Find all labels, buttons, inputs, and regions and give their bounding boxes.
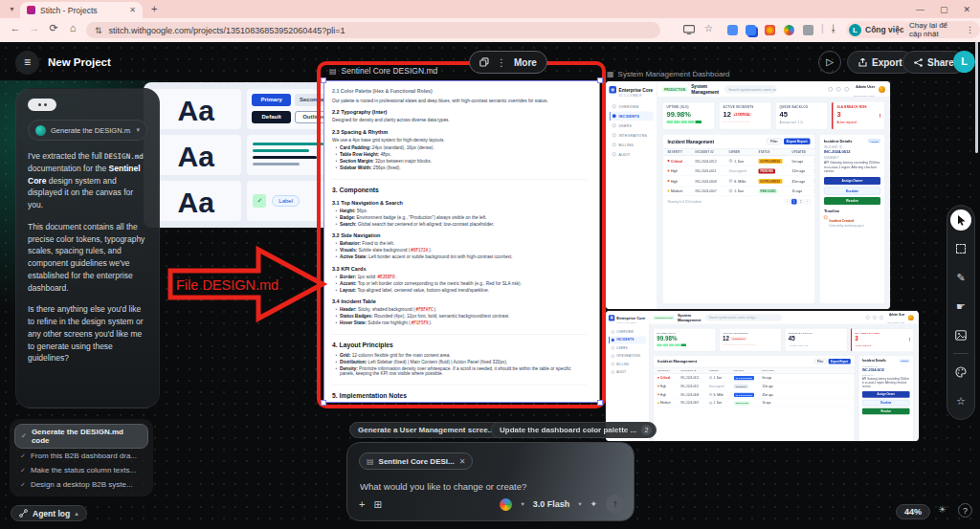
row-menu-icon[interactable]: ⋮ — [813, 159, 816, 163]
filter-button[interactable]: Filter — [767, 139, 781, 145]
user-avatar[interactable] — [879, 86, 885, 93]
model-selector[interactable]: 3.0 Flash — [533, 499, 570, 509]
nav-users[interactable]: Users — [610, 121, 655, 131]
theme-icon[interactable]: ☀ — [938, 504, 947, 515]
attachment-chip[interactable]: ▤ Sentinel Core DESI... ✕ — [359, 452, 473, 470]
image-tool[interactable] — [950, 324, 971, 345]
row-menu-icon[interactable]: ⋮ — [813, 169, 816, 173]
extension-icon[interactable] — [727, 25, 738, 35]
table-row[interactable]: CriticalINC-2024-0612J. DoeIn Progress5m… — [654, 374, 855, 383]
bookmark-star-icon[interactable]: ☆ — [704, 23, 713, 33]
extensions-puzzle-icon[interactable] — [803, 25, 813, 35]
extension-icon[interactable] — [765, 25, 775, 35]
nav-users[interactable]: Users — [609, 344, 646, 352]
maximize-button[interactable]: ▢ — [940, 5, 948, 14]
back-button[interactable]: ← — [8, 22, 23, 33]
agent-log-item[interactable]: ✓From this B2B dashboard dra... — [14, 449, 148, 463]
user-avatar[interactable] — [908, 315, 914, 320]
row-menu-icon[interactable]: ⋮ — [779, 393, 851, 396]
nav-integrations[interactable]: Integrations — [609, 352, 646, 360]
preview-play-button[interactable]: ▷ — [818, 51, 841, 74]
help-icon[interactable] — [844, 87, 849, 92]
kebab-icon[interactable]: ⋮ — [966, 25, 974, 34]
row-menu-icon[interactable]: ⋮ — [779, 385, 851, 387]
resolve-button[interactable]: Resolve — [824, 197, 880, 205]
close-icon[interactable]: ✕ — [459, 457, 466, 466]
nav-billing[interactable]: Billing — [609, 361, 646, 368]
design-md-document[interactable]: 2.1 Color Palette (Hex & Functional Role… — [323, 80, 600, 403]
zoom-level[interactable]: 44% — [896, 504, 930, 519]
page-prev[interactable]: ‹ — [785, 199, 791, 205]
dashboard-search[interactable]: Search system assets, users, or logs... — [705, 314, 782, 320]
bell-icon[interactable] — [866, 316, 870, 320]
new-tab-button[interactable]: + — [151, 3, 157, 14]
page-2[interactable]: 2 — [798, 199, 804, 205]
selection-handle[interactable] — [321, 400, 326, 406]
hand-tool[interactable]: ☛ — [950, 296, 971, 317]
sparkle-icon[interactable]: ✦ — [590, 499, 597, 509]
dashboard-preview-frame-variant[interactable]: ▦Enterprise Core v2.1.0 Stable Overview … — [606, 311, 919, 441]
cursor-tool[interactable] — [950, 209, 971, 231]
suggestion-chip[interactable]: Generate a User Management scree...1 — [349, 422, 514, 438]
nav-audit[interactable]: Audit — [609, 368, 646, 376]
prompt-input[interactable] — [360, 481, 618, 492]
account-avatar[interactable]: L — [953, 51, 975, 73]
help-icon[interactable] — [880, 316, 883, 320]
thread-collapse-button[interactable]: Generate the DESIGN.m... ▾ — [28, 120, 147, 141]
export-report-button[interactable]: Export Report — [829, 359, 851, 364]
assign-owner-button[interactable]: Assign Owner — [824, 177, 880, 185]
export-report-button[interactable]: Export Report — [784, 139, 811, 145]
cast-icon[interactable] — [683, 25, 695, 34]
agent-log-item[interactable]: ✓Make the status column texts... — [14, 463, 148, 477]
dashboard-preview-frame[interactable]: ▦Enterprise Core v2.1.0 Stable Overview … — [606, 81, 890, 309]
tab-close-icon[interactable]: ✕ — [129, 6, 136, 14]
help-button[interactable]: ? — [958, 503, 972, 518]
agent-log-item[interactable]: ✓Generate the DESIGN.md code — [14, 424, 148, 449]
pencil-tool[interactable]: ✎ — [950, 267, 971, 288]
settings-icon[interactable] — [873, 316, 877, 320]
minimize-button[interactable]: — — [916, 5, 924, 14]
escalate-button[interactable]: Escalate — [824, 187, 880, 195]
suggestion-chip[interactable]: Update the dashboard color palette ...2 — [491, 422, 657, 438]
kebab-icon[interactable]: ⋮ — [497, 57, 506, 68]
add-board-icon[interactable]: ⊞ — [373, 499, 381, 510]
dashboard-search[interactable]: Search system assets, users, or logs... — [724, 85, 776, 94]
filter-button[interactable]: Filter — [814, 359, 827, 364]
nav-incidents[interactable]: Incidents — [609, 336, 646, 343]
extension-icon[interactable] — [746, 25, 756, 35]
agent-log-item[interactable]: ✓Design a desktop B2B syste... — [14, 477, 148, 492]
selection-handle[interactable] — [597, 400, 603, 406]
menu-button[interactable]: ≡ — [15, 51, 39, 75]
table-row[interactable]: HighINC-2024-0608S. MillerIn Progress45m… — [663, 176, 815, 187]
add-icon[interactable]: + — [359, 498, 365, 510]
browser-profile[interactable]: L Công việc — [846, 21, 912, 38]
assign-owner-button[interactable]: Assign Owner — [862, 391, 910, 398]
model-icon[interactable] — [500, 498, 512, 511]
settings-icon[interactable] — [836, 87, 841, 92]
star-tool[interactable]: ☆ — [950, 390, 971, 411]
table-row[interactable]: MediumINC-2024-0607J. DoeResolved1h ago⋮ — [663, 187, 815, 197]
row-menu-icon[interactable]: ⋮ — [813, 179, 816, 183]
more-button[interactable]: More — [514, 57, 537, 68]
address-bar[interactable]: ⇅ stitch.withgoogle.com/projects/1351083… — [86, 22, 660, 38]
home-button[interactable]: ⌂ — [65, 22, 80, 33]
download-icon[interactable]: ⭳ — [829, 23, 838, 33]
nav-incidents[interactable]: Incidents — [610, 112, 655, 121]
page-next[interactable]: › — [805, 199, 811, 205]
table-row[interactable]: HighINC-2024-0611UnassignedPending12m ag… — [663, 166, 815, 177]
browser-tab[interactable]: Stitch - Projects ✕ — [20, 2, 143, 18]
page-1[interactable]: 1 — [791, 199, 797, 205]
forward-button[interactable]: → — [27, 22, 42, 33]
nav-audit[interactable]: Audit — [610, 150, 655, 160]
row-menu-icon[interactable]: ⋮ — [779, 402, 851, 405]
row-menu-icon[interactable]: ⋮ — [813, 189, 816, 193]
chrome-update-button[interactable]: Chạy lại để cập nhật ⋮ — [903, 21, 980, 38]
palette-tool[interactable] — [950, 362, 971, 383]
resolve-button[interactable]: Resolve — [862, 408, 910, 415]
table-row[interactable]: HighINC-2024-0611UnassignedPending12m ag… — [654, 382, 855, 390]
send-button[interactable]: ↑ — [606, 495, 625, 514]
more-options-pill[interactable] — [28, 99, 56, 111]
marquee-tool[interactable] — [950, 238, 971, 259]
nav-integrations[interactable]: Integrations — [610, 131, 655, 141]
tab-search-icon[interactable]: ▾ — [6, 3, 18, 15]
